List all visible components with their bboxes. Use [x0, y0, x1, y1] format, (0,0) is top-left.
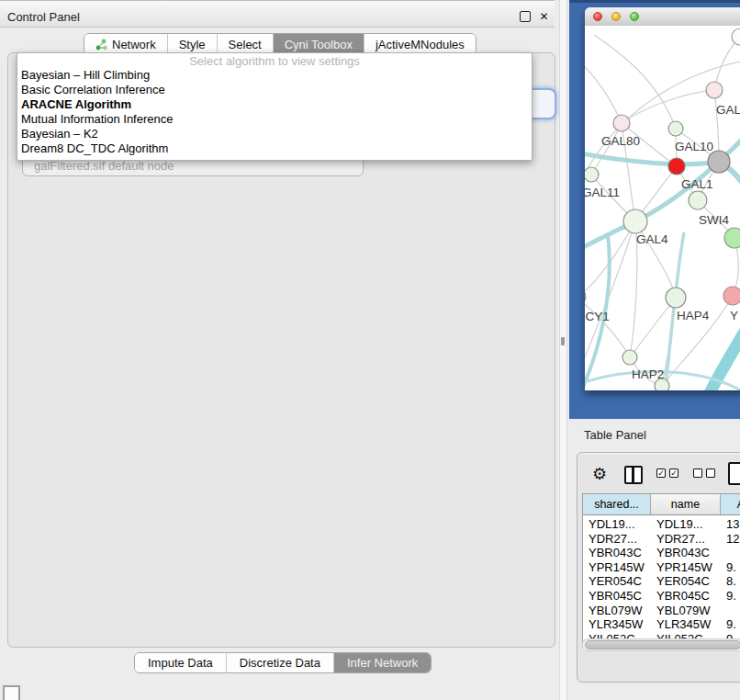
- column-header[interactable]: A: [721, 494, 740, 515]
- tab-label: Select: [229, 38, 262, 51]
- unchecked-checkbox-icon[interactable]: [693, 469, 702, 478]
- table-cell[interactable]: 9.: [726, 617, 740, 632]
- table-cell[interactable]: YBR045C: [656, 589, 719, 604]
- table-cell[interactable]: YPR145W: [656, 560, 719, 575]
- node-label: GAL10: [675, 140, 713, 153]
- tab-label: Style: [179, 38, 206, 51]
- panel-splitter[interactable]: [559, 0, 567, 700]
- node-label: GAL1: [681, 177, 713, 191]
- network-node[interactable]: [666, 288, 686, 308]
- table-cell[interactable]: YDL19...: [589, 517, 649, 532]
- algorithm-dropdown-list: Select algorithm to view settings Bayesi…: [17, 52, 533, 161]
- table-cell[interactable]: YDR27...: [656, 532, 719, 547]
- network-node[interactable]: [723, 287, 740, 305]
- network-node[interactable]: [623, 209, 647, 233]
- network-edge[interactable]: [585, 53, 622, 123]
- network-edge[interactable]: [710, 292, 740, 390]
- table-cell[interactable]: YDL19...: [656, 517, 719, 532]
- tab-network[interactable]: Network: [84, 34, 168, 54]
- node-label: GAL: [716, 103, 740, 117]
- table-cell[interactable]: [726, 546, 740, 560]
- table-cell[interactable]: 13: [726, 517, 740, 532]
- table-window: ⚙ ✓ ✓ shared...nameA YDL19...YDL19...13Y…: [577, 452, 740, 683]
- node-label: GAL4: [636, 232, 668, 246]
- network-edge[interactable]: [591, 123, 622, 175]
- node-label: GAL11: [585, 186, 620, 199]
- node-label: GAL80: [601, 134, 640, 148]
- network-node[interactable]: [668, 121, 683, 136]
- checked-checkbox-icon[interactable]: ✓: [669, 469, 678, 478]
- dropdown-item[interactable]: Dream8 DC_TDC Algorithm: [17, 141, 532, 156]
- table-cell[interactable]: YLR345W: [589, 617, 649, 632]
- network-edge[interactable]: [622, 90, 714, 123]
- tab-cyni-toolbox[interactable]: Cyni Toolbox: [274, 34, 364, 54]
- node-label: GCY1: [585, 310, 610, 323]
- table-cell[interactable]: 9.: [726, 560, 740, 575]
- minimized-panel-icon[interactable]: [3, 685, 20, 700]
- dropdown-item[interactable]: Basic Correlation Inference: [17, 83, 532, 97]
- table-horizontal-scrollbar[interactable]: [582, 638, 740, 651]
- float-panel-icon[interactable]: [520, 11, 531, 22]
- table-cell[interactable]: 12: [726, 532, 740, 547]
- table-cell[interactable]: YBR043C: [656, 546, 719, 560]
- tab-style[interactable]: Style: [168, 34, 218, 54]
- tab-jactivemnodules[interactable]: jActiveMNodules: [364, 34, 476, 54]
- network-node[interactable]: [706, 82, 723, 98]
- table-cell[interactable]: YBL079W: [589, 604, 649, 618]
- network-node[interactable]: [708, 151, 730, 173]
- node-table[interactable]: shared...nameA YDL19...YDL19...13YDR27..…: [582, 493, 740, 648]
- network-window: GALGAL80GAL10GAL1GAL11SWI4GAL4GCY1HAP4YH…: [585, 7, 740, 390]
- tab-label: Cyni Toolbox: [285, 38, 353, 51]
- tab-impute-data[interactable]: Impute Data: [135, 653, 227, 672]
- table-cell[interactable]: 9.: [726, 589, 740, 604]
- zoom-window-icon[interactable]: [630, 12, 639, 21]
- dropdown-prompt: Select algorithm to view settings: [17, 53, 532, 68]
- minimize-window-icon[interactable]: [611, 12, 621, 21]
- column-header[interactable]: name: [651, 494, 721, 515]
- dropdown-item[interactable]: Bayesian – Hill Climbing: [17, 68, 532, 83]
- tab-label: Network: [112, 38, 156, 51]
- table-cell[interactable]: YPR145W: [589, 560, 649, 575]
- bottom-tab-bar: Impute DataDiscretize DataInfer Network: [134, 652, 432, 673]
- node-label: SWI4: [699, 213, 729, 227]
- control-panel-titlebar: [0, 0, 555, 28]
- tab-infer-network[interactable]: Infer Network: [334, 653, 431, 672]
- unchecked-checkbox-icon[interactable]: [706, 469, 715, 478]
- node-label: Y: [730, 309, 738, 322]
- control-panel-title: Control Panel: [7, 10, 80, 24]
- tab-label: jActiveMNodules: [376, 38, 465, 51]
- tab-discretize-data[interactable]: Discretize Data: [227, 653, 334, 672]
- columns-icon[interactable]: [624, 466, 643, 484]
- network-node[interactable]: [613, 115, 630, 131]
- dropdown-item[interactable]: Bayesian – K2: [17, 127, 532, 141]
- network-canvas[interactable]: GALGAL80GAL10GAL1GAL11SWI4GAL4GCY1HAP4YH…: [585, 26, 740, 390]
- column-header[interactable]: shared...: [583, 494, 651, 515]
- splitter-grip[interactable]: [561, 337, 565, 345]
- network-node[interactable]: [689, 191, 707, 209]
- network-node[interactable]: [668, 158, 685, 175]
- close-panel-icon[interactable]: ✕: [538, 11, 550, 23]
- network-window-titlebar[interactable]: [585, 7, 740, 27]
- table-cell[interactable]: YLR345W: [656, 617, 719, 632]
- document-icon[interactable]: [728, 462, 740, 485]
- network-edge[interactable]: [714, 37, 740, 90]
- table-cell[interactable]: 8.: [726, 574, 740, 589]
- dropdown-item[interactable]: ARACNE Algorithm: [17, 97, 532, 112]
- network-node[interactable]: [724, 228, 740, 248]
- dropdown-item[interactable]: Mutual Information Inference: [17, 112, 532, 127]
- network-node[interactable]: [622, 350, 637, 365]
- table-cell[interactable]: [726, 604, 740, 618]
- table-cell[interactable]: YDR27...: [589, 532, 649, 547]
- table-cell[interactable]: YBR045C: [589, 589, 649, 604]
- table-cell[interactable]: YER054C: [656, 574, 719, 589]
- network-node[interactable]: [585, 167, 599, 182]
- tab-select[interactable]: Select: [218, 34, 274, 54]
- network-icon: [95, 39, 107, 51]
- table-cell[interactable]: YBL079W: [656, 604, 719, 618]
- table-cell[interactable]: YER054C: [589, 574, 649, 589]
- close-window-icon[interactable]: [593, 12, 602, 21]
- gear-icon[interactable]: ⚙: [592, 466, 607, 482]
- checked-checkbox-icon[interactable]: ✓: [656, 469, 666, 478]
- table-cell[interactable]: YBR043C: [589, 546, 649, 560]
- network-node[interactable]: [732, 28, 740, 45]
